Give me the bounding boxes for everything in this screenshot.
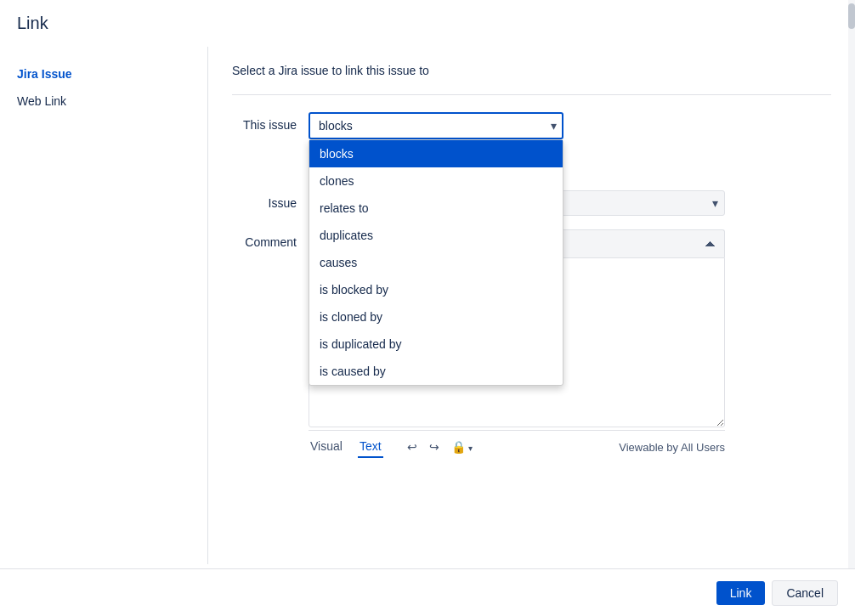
comment-label: Comment [232, 229, 309, 249]
dropdown-item-duplicates[interactable]: duplicates [309, 222, 563, 249]
description-text: Select a Jira issue to link this issue t… [232, 64, 831, 77]
this-issue-row: This issue blocks clones relates to dupl… [232, 112, 831, 139]
this-issue-label: This issue [232, 112, 309, 132]
tab-text[interactable]: Text [358, 436, 383, 458]
dialog-footer: Link Cancel [0, 568, 855, 616]
collapse-button[interactable]: ⏶ [704, 236, 717, 251]
dropdown-item-is-caused-by[interactable]: is caused by [309, 358, 563, 385]
cancel-button[interactable]: Cancel [772, 580, 838, 606]
link-button[interactable]: Link [716, 581, 766, 605]
dropdown-item-relates-to[interactable]: relates to [309, 195, 563, 222]
scrollbar-track[interactable] [848, 0, 855, 616]
link-type-wrapper: blocks clones relates to duplicates caus… [309, 112, 831, 139]
dialog-container: Link Jira Issue Web Link Select a Jira i… [0, 0, 855, 616]
lock-button[interactable]: 🔒 ▾ [448, 438, 477, 455]
issue-label: Issue [232, 190, 309, 210]
main-content: Select a Jira issue to link this issue t… [208, 47, 855, 564]
divider [232, 94, 831, 95]
tab-visual[interactable]: Visual [309, 436, 344, 458]
redo-button[interactable]: ↪ [426, 438, 443, 455]
sidebar-item-jira-issue[interactable]: Jira Issue [0, 60, 207, 88]
dropdown-item-is-blocked-by[interactable]: is blocked by [309, 276, 563, 303]
dialog-body: Jira Issue Web Link Select a Jira issue … [0, 47, 855, 564]
sidebar: Jira Issue Web Link [0, 47, 208, 564]
dropdown-item-is-cloned-by[interactable]: is cloned by [309, 303, 563, 331]
link-type-select-wrapper: blocks clones relates to duplicates caus… [309, 112, 563, 139]
dropdown-item-causes[interactable]: causes [309, 249, 563, 276]
tab-actions: ↩ ↪ 🔒 ▾ [404, 438, 477, 455]
viewable-by-text: Viewable by All Users [619, 441, 725, 454]
dropdown-item-is-duplicated-by[interactable]: is duplicated by [309, 331, 563, 358]
dropdown-item-clones[interactable]: clones [309, 167, 563, 195]
dialog-title: Link [0, 0, 855, 47]
comment-tabs: Visual Text ↩ ↪ 🔒 ▾ Viewable by All User… [309, 430, 725, 458]
undo-button[interactable]: ↩ [404, 438, 421, 455]
link-type-dropdown: blocks clones relates to duplicates caus… [309, 139, 563, 386]
sidebar-item-web-link[interactable]: Web Link [0, 88, 207, 115]
link-type-select[interactable]: blocks clones relates to duplicates caus… [309, 112, 563, 139]
scrollbar-thumb[interactable] [848, 3, 855, 29]
dropdown-item-blocks[interactable]: blocks [309, 140, 563, 167]
lock-dropdown-arrow: ▾ [468, 444, 473, 453]
viewable-dropdown[interactable]: Viewable by All Users [619, 441, 725, 454]
issue-select-arrow: ▾ [712, 196, 718, 210]
